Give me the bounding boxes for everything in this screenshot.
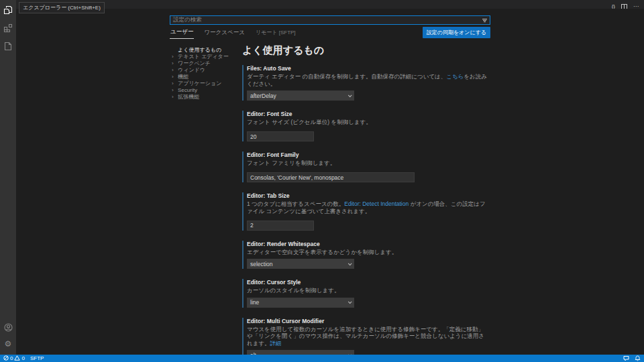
font-size-input[interactable]: [247, 131, 314, 141]
tab-workspace[interactable]: ワークスペース: [203, 27, 246, 39]
setting-title: Files: Auto Save: [247, 65, 490, 72]
font-family-input[interactable]: [247, 172, 415, 182]
setting-title: Editor: Cursor Style: [247, 279, 490, 286]
setting-editor-multi-cursor-modifier: Editor: Multi Cursor Modifier マウスを使用して複数…: [242, 318, 490, 355]
toc-security[interactable]: Security: [170, 87, 238, 94]
setting-description: ダーティ エディター の自動保存を制御します。自動保存の詳細については、こちらを…: [247, 73, 488, 87]
chevron-down-icon: [348, 93, 352, 97]
turn-on-settings-sync-button[interactable]: 設定の同期をオンにする: [423, 27, 490, 38]
setting-editor-render-whitespace: Editor: Render Whitespace エディターで空白文字を表示す…: [242, 241, 490, 269]
cursor-style-select[interactable]: line: [247, 298, 354, 308]
toc-features[interactable]: 機能: [170, 74, 238, 80]
setting-description: フォント サイズ (ピクセル単位) を制御します。: [247, 119, 488, 126]
feedback-icon[interactable]: [623, 355, 629, 361]
setting-title: Editor: Multi Cursor Modifier: [247, 318, 490, 324]
setting-title: Editor: Font Size: [247, 111, 490, 117]
tab-remote-sftp[interactable]: リモート [SFTP]: [255, 27, 297, 38]
render-whitespace-select[interactable]: selection: [247, 259, 354, 269]
multi-cursor-details-link[interactable]: 詳細: [270, 340, 282, 347]
setting-editor-font-size: Editor: Font Size フォント サイズ (ピクセル単位) を制御し…: [242, 111, 490, 141]
error-icon: [3, 355, 9, 362]
settings-scope-tabs: ユーザー ワークスペース リモート [SFTP] 設定の同期をオンにする: [170, 26, 490, 39]
chevron-down-icon: [348, 300, 352, 304]
notifications-bell-icon[interactable]: [635, 355, 641, 361]
sftp-explorer-icon[interactable]: [3, 41, 13, 52]
toc-application[interactable]: アプリケーション: [170, 80, 238, 87]
chevron-down-icon: [348, 261, 352, 265]
explorer-tooltip: エクスプローラー (Ctrl+Shift+E): [19, 2, 105, 13]
setting-description: フォント ファミリを制御します。: [247, 160, 488, 167]
settings-search-input[interactable]: 設定の検索: [170, 15, 490, 25]
extensions-icon[interactable]: [3, 23, 13, 34]
setting-files-auto-save: Files: Auto Save ダーティ エディター の自動保存を制御します。…: [242, 65, 490, 101]
toc-window[interactable]: ウィンドウ: [170, 67, 238, 74]
setting-description: マウスを使用して複数のカーソルを追加するときに使用する修飾キーです。「定義に移動…: [247, 326, 488, 347]
page-title: よく使用するもの: [242, 44, 490, 57]
setting-editor-font-family: Editor: Font Family フォント ファミリを制御します。: [242, 152, 490, 182]
filter-icon[interactable]: [482, 19, 487, 22]
multi-cursor-modifier-select[interactable]: alt: [247, 350, 354, 355]
explorer-icon[interactable]: [3, 5, 13, 15]
sftp-status-item[interactable]: SFTP: [30, 355, 44, 361]
setting-editor-cursor-style: Editor: Cursor Style カーソルのスタイルを制御します。 li…: [242, 279, 490, 308]
account-icon[interactable]: [3, 322, 13, 333]
tab-size-input[interactable]: [247, 221, 314, 231]
setting-title: Editor: Render Whitespace: [247, 241, 490, 247]
toc-text-editor[interactable]: テキスト エディター: [170, 54, 238, 60]
setting-description: 1 つのタブに相当するスペースの数。Editor: Detect Indenta…: [247, 200, 488, 215]
toc-workbench[interactable]: ワークベンチ: [170, 60, 238, 67]
tab-user[interactable]: ユーザー: [170, 26, 194, 39]
toc-commonly-used[interactable]: よく使用するもの: [170, 47, 238, 54]
setting-title: Editor: Tab Size: [247, 192, 490, 199]
manage-gear-icon[interactable]: ⚙: [3, 339, 13, 349]
detect-indentation-link[interactable]: Editor: Detect Indentation: [344, 200, 409, 207]
auto-save-docs-link[interactable]: こちら: [446, 73, 464, 80]
search-value: 設定の検索: [173, 16, 482, 24]
setting-description: カーソルのスタイルを制御します。: [247, 287, 488, 294]
setting-description: エディターで空白文字を表示するかどうかを制御します。: [247, 249, 488, 256]
warning-icon: [14, 355, 20, 362]
setting-title: Editor: Font Family: [247, 152, 490, 158]
toc-extensions[interactable]: 拡張機能: [170, 94, 238, 101]
activity-bar: ⚙: [0, 0, 16, 355]
problems-indicator[interactable]: 0 0: [3, 355, 25, 362]
setting-editor-tab-size: Editor: Tab Size 1 つのタブに相当するスペースの数。Edito…: [242, 192, 490, 231]
editor-tab-strip: {} ⋯: [16, 0, 644, 9]
settings-editor: 設定の検索 ユーザー ワークスペース リモート [SFTP] 設定の同期をオンに…: [16, 9, 644, 355]
status-bar: 0 0 SFTP: [0, 355, 644, 362]
auto-save-select[interactable]: afterDelay: [247, 90, 354, 101]
settings-toc: よく使用するもの テキスト エディター ワークベンチ ウィンドウ 機能 アプリケ…: [170, 43, 238, 355]
